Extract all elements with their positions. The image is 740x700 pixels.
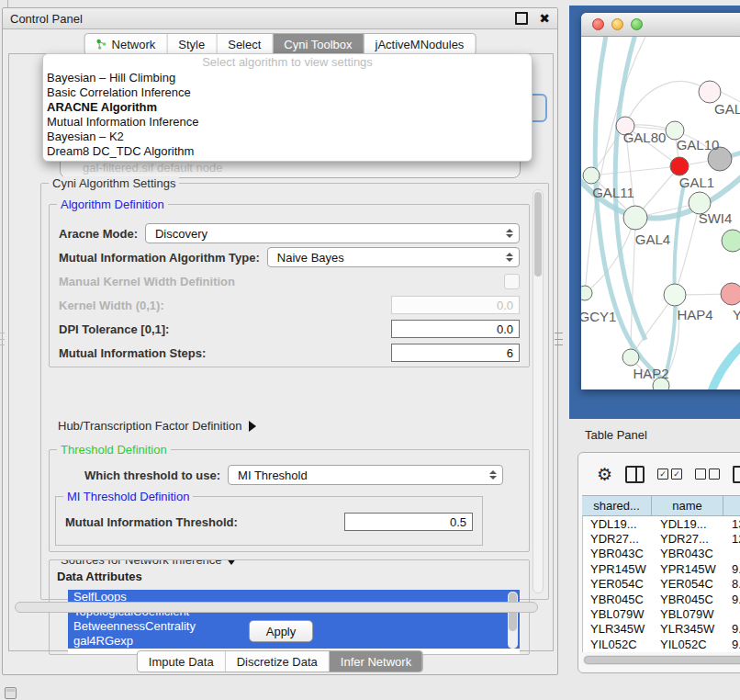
sources-expander[interactable]: Sources for Network Inference <box>57 559 241 567</box>
list-vertical-scrollbar[interactable] <box>508 592 518 649</box>
aracne-mode-combo[interactable]: Discovery <box>145 223 520 243</box>
node-gal1[interactable] <box>670 157 689 175</box>
node-label: GAL1 <box>679 175 714 190</box>
tab-network[interactable]: Network <box>85 34 168 54</box>
algorithm-option[interactable]: Dream8 DC_TDC Algorithm <box>43 144 532 159</box>
table-cell: YPR145W <box>653 562 724 576</box>
tab-discretize-data[interactable]: Discretize Data <box>226 651 330 672</box>
algorithm-option[interactable]: Mutual Information Inference <box>43 115 532 130</box>
node-gal4[interactable] <box>623 206 647 230</box>
tab-infer-network[interactable]: Infer Network <box>330 651 422 672</box>
table-row[interactable]: YLR345WYLR345W9. <box>583 622 740 637</box>
apply-button[interactable]: Apply <box>249 620 313 642</box>
table-toolbar: ⚙ ✓✓ <box>578 453 740 495</box>
tab-impute-data[interactable]: Impute Data <box>138 651 226 672</box>
zoom-traffic-light[interactable] <box>631 18 643 30</box>
cyni-algorithm-settings-group: Cyni Algorithm Settings Algorithm Defini… <box>40 183 549 600</box>
float-window-icon[interactable] <box>515 12 528 25</box>
node-top-pink[interactable] <box>699 81 721 103</box>
table-row[interactable]: YBR045CYBR045C9. <box>583 592 740 606</box>
algorithm-popup-list: Bayesian – Hill ClimbingBasic Correlatio… <box>43 71 532 159</box>
node-label: GAL10 <box>677 137 720 152</box>
node-right-pink[interactable] <box>721 283 740 305</box>
data-attributes-label: Data Attributes <box>57 570 142 583</box>
node-gcy1[interactable] <box>581 286 592 300</box>
left-edge-grip[interactable] <box>0 333 5 345</box>
minimize-traffic-light[interactable] <box>611 18 623 30</box>
column-header[interactable]: name <box>652 496 723 515</box>
scrollbar-thumb[interactable] <box>534 192 542 277</box>
table-cell: YBR043C <box>653 547 724 560</box>
hub-definition-expander[interactable]: Hub/Transcription Factor Definition <box>58 419 256 433</box>
column-header[interactable] <box>723 496 740 515</box>
node-gal11[interactable] <box>583 167 600 184</box>
dpi-tolerance-field[interactable]: 0.0 <box>391 320 520 338</box>
table-row[interactable]: YER054CYER054C8. <box>583 577 740 592</box>
deselect-all-columns-icon[interactable] <box>695 469 720 480</box>
network-window-titlebar[interactable] <box>581 13 740 37</box>
algorithm-option[interactable]: Bayesian – Hill Climbing <box>43 71 532 85</box>
network-edge[interactable] <box>625 81 710 126</box>
which-threshold-value: MI Threshold <box>238 469 308 482</box>
table-row[interactable]: YDL19...YDL19...13 <box>583 516 740 531</box>
network-edge[interactable] <box>710 338 740 390</box>
table-row[interactable]: YBL079WYBL079W <box>583 606 740 621</box>
popup-prompt: Select algorithm to view settings <box>43 54 532 71</box>
table-horizontal-scrollbar[interactable] <box>583 655 740 665</box>
manual-kernel-checkbox[interactable] <box>504 274 520 289</box>
column-header[interactable]: shared... <box>582 496 652 515</box>
column-layout-icon[interactable] <box>625 466 645 483</box>
table-row[interactable]: YIL052CYIL052C9. <box>583 637 740 651</box>
tab-select[interactable]: Select <box>217 34 273 54</box>
table-cell: YER054C <box>653 577 724 591</box>
node-right-green[interactable] <box>722 230 740 252</box>
table-body: YDL19...YDL19...13YDR27...YDR27...12YBR0… <box>582 516 740 652</box>
table-row[interactable]: YPR145WYPR145W9. <box>583 561 740 576</box>
table-cell: 9. <box>724 622 740 636</box>
which-threshold-combo[interactable]: MI Threshold <box>228 465 503 485</box>
panel-splitter-grip[interactable] <box>555 333 563 345</box>
algorithm-option[interactable]: ARACNE Algorithm <box>43 100 532 115</box>
mi-type-value: Naive Bayes <box>277 251 344 265</box>
gear-icon[interactable]: ⚙ <box>597 466 612 483</box>
tab-jactivemnodules[interactable]: jActiveMNodules <box>364 34 476 54</box>
scrollbar-thumb[interactable] <box>584 656 740 664</box>
settings-vertical-scrollbar[interactable] <box>533 189 544 593</box>
table-row[interactable]: YBR043CYBR043C <box>583 547 740 561</box>
node-label: GAL80 <box>623 130 667 145</box>
desktop: Control Panel ✖ Network Style Select Cyn… <box>0 0 740 700</box>
network-icon <box>96 39 107 50</box>
node-label: GAL11 <box>592 185 634 200</box>
close-traffic-light[interactable] <box>592 18 604 30</box>
table-header-row: shared...name <box>582 495 740 516</box>
table-cell: 13 <box>724 517 740 531</box>
new-table-icon[interactable] <box>733 466 740 483</box>
window-title: Control Panel <box>10 12 83 26</box>
node-label: Y <box>733 307 740 322</box>
network-canvas[interactable]: GALGAL80GAL10GAL1GAL11SWI4GAL4GCY1HAP4YH… <box>581 37 740 390</box>
mi-steps-field[interactable]: 6 <box>391 344 520 362</box>
group-title: Algorithm Definition <box>57 198 168 211</box>
tab-cyni-toolbox[interactable]: Cyni Toolbox <box>273 34 364 54</box>
close-icon[interactable]: ✖ <box>539 14 550 23</box>
table-cell: YDR27... <box>653 532 724 546</box>
select-all-columns-icon[interactable]: ✓✓ <box>657 469 682 480</box>
node-hap4[interactable] <box>664 284 686 306</box>
network-window-frame: GALGAL80GAL10GAL1GAL11SWI4GAL4GCY1HAP4YH… <box>569 6 740 419</box>
node-hap2[interactable] <box>622 349 639 366</box>
tab-style[interactable]: Style <box>167 34 217 54</box>
kernel-width-field[interactable]: 0.0 <box>391 296 520 314</box>
mi-type-combo[interactable]: Naive Bayes <box>267 247 520 267</box>
mi-threshold-field[interactable]: 0.5 <box>344 513 473 531</box>
control-panel-titlebar: Control Panel ✖ <box>3 8 557 29</box>
minimized-panel-icon[interactable] <box>5 687 17 699</box>
table-row[interactable]: YDR27...YDR27...12 <box>583 531 740 546</box>
node-label: HAP4 <box>677 307 712 322</box>
algorithm-option[interactable]: Basic Correlation Inference <box>43 85 532 100</box>
network-edge[interactable] <box>591 166 679 175</box>
settings-horizontal-scrollbar[interactable] <box>15 602 538 613</box>
mi-type-label: Mutual Information Algorithm Type: <box>59 251 260 265</box>
table-cell: YBL079W <box>583 607 653 621</box>
tab-label: Cyni Toolbox <box>284 38 352 51</box>
algorithm-option[interactable]: Bayesian – K2 <box>43 130 532 144</box>
